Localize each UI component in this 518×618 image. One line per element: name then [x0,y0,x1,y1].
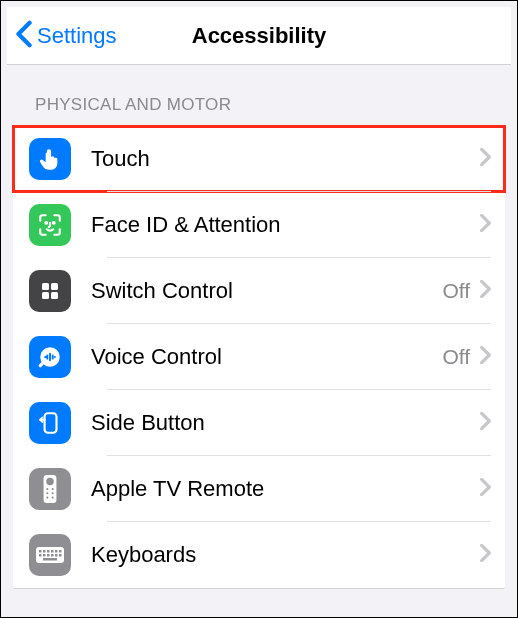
svg-rect-3 [51,283,58,290]
chevron-right-icon [480,148,491,170]
chevron-right-icon [480,478,491,500]
svg-point-14 [52,492,54,494]
svg-rect-26 [47,554,50,557]
svg-rect-30 [43,558,57,561]
row-label: Side Button [91,410,480,436]
row-keyboards[interactable]: Keyboards [13,522,505,588]
svg-point-10 [46,478,54,486]
chevron-left-icon [15,20,33,52]
row-voice-control[interactable]: Voice Control Off [13,324,505,390]
svg-point-0 [45,222,47,224]
svg-rect-25 [43,554,46,557]
row-label: Face ID & Attention [91,212,480,238]
navigation-header: Settings Accessibility [7,7,511,65]
row-label: Voice Control [91,344,442,370]
svg-rect-7 [45,413,57,433]
svg-rect-29 [59,554,62,557]
row-label: Keyboards [91,542,480,568]
settings-list: Touch Face ID & Attention [13,125,505,589]
row-label: Switch Control [91,278,442,304]
svg-rect-19 [43,550,46,553]
svg-rect-22 [55,550,58,553]
svg-rect-23 [59,550,62,553]
apple-tv-remote-icon [29,468,71,510]
row-face-id-attention[interactable]: Face ID & Attention [13,192,505,258]
chevron-right-icon [480,346,491,368]
svg-point-16 [52,497,54,499]
hand-tap-icon [29,138,71,180]
side-button-icon [29,402,71,444]
svg-rect-4 [42,292,49,299]
switch-control-icon [29,270,71,312]
svg-rect-28 [55,554,58,557]
row-label: Touch [91,146,480,172]
svg-rect-27 [51,554,54,557]
row-apple-tv-remote[interactable]: Apple TV Remote [13,456,505,522]
row-value: Off [442,345,470,369]
chevron-right-icon [480,280,491,302]
svg-rect-18 [39,550,42,553]
svg-rect-5 [51,292,58,299]
row-switch-control[interactable]: Switch Control Off [13,258,505,324]
section-header: PHYSICAL AND MOTOR [7,65,511,125]
row-value: Off [442,279,470,303]
back-button[interactable]: Settings [7,20,117,52]
keyboard-icon [29,534,71,576]
back-label: Settings [37,23,117,49]
svg-rect-21 [51,550,54,553]
page-title: Accessibility [192,23,327,49]
row-touch[interactable]: Touch [13,126,505,192]
chevron-right-icon [480,214,491,236]
svg-rect-24 [39,554,42,557]
svg-rect-2 [42,283,49,290]
svg-point-11 [46,488,48,490]
row-label: Apple TV Remote [91,476,480,502]
chevron-right-icon [480,412,491,434]
row-side-button[interactable]: Side Button [13,390,505,456]
svg-point-15 [46,497,48,499]
voice-control-icon [29,336,71,378]
svg-point-1 [53,222,55,224]
svg-point-12 [52,488,54,490]
face-id-icon [29,204,71,246]
svg-rect-20 [47,550,50,553]
svg-point-13 [46,492,48,494]
chevron-right-icon [480,544,491,566]
